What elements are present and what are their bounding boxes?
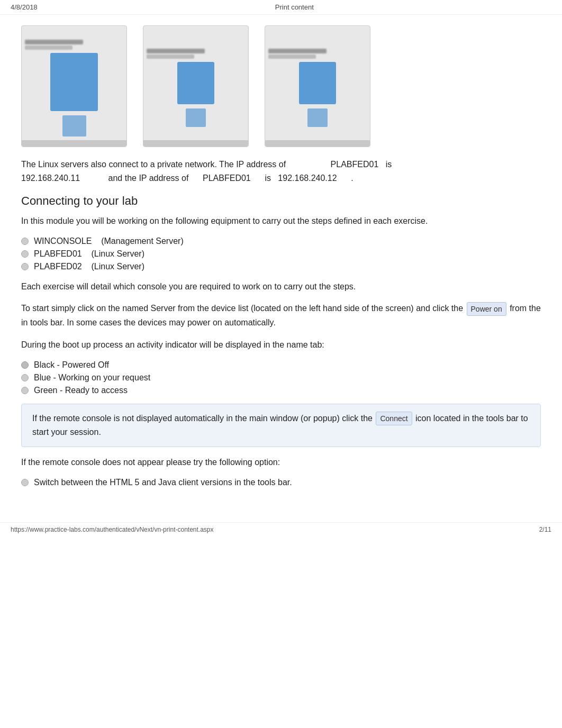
winconsole-label: WINCONSOLE (Management Server): [34, 236, 184, 246]
status-black-label: Black - Powered Off: [34, 360, 109, 370]
server1-name: PLABFED01: [331, 160, 379, 169]
list-item-plabfed02: PLABFED02 (Linux Server): [21, 262, 541, 271]
list-item-plabfed01: PLABFED01 (Linux Server): [21, 249, 541, 259]
status-item-green: Green - Ready to access: [21, 386, 541, 395]
bullet-dot-2: [21, 250, 29, 258]
final-bullet-list: Switch between the HTML 5 and Java clien…: [21, 478, 541, 487]
remote-console-paragraph: If the remote console does not appear pl…: [21, 456, 541, 469]
intro-paragraph: The Linux servers also connect to a priv…: [21, 158, 541, 185]
diagram-card-3-blue-block: [299, 62, 336, 104]
status-item-blue: Blue - Working on your request: [21, 373, 541, 383]
status-list: Black - Powered Off Blue - Working on yo…: [21, 360, 541, 395]
ip1-value: 192.168.240.11: [21, 174, 80, 183]
highlight-box: If the remote console is not displayed a…: [21, 404, 541, 448]
page-number: 2/11: [539, 526, 551, 533]
period: .: [351, 174, 353, 183]
status-blue-label: Blue - Working on your request: [34, 373, 150, 383]
bottom-bar: https://www.practice-labs.com/authentica…: [0, 522, 562, 536]
diagram-row: [21, 25, 541, 147]
bullet-dot-3: [21, 263, 29, 270]
diagram-card-3-bottom: [265, 140, 370, 147]
connect-tag: Connect: [376, 412, 412, 425]
exercise-paragraph: Each exercise will detail which console …: [21, 280, 541, 294]
and-text: and the IP address of: [108, 174, 189, 183]
intro-2-paragraph: In this module you will be working on th…: [21, 214, 541, 228]
highlight-before: If the remote console is not displayed a…: [32, 414, 373, 423]
diagram-card-1-blue-block: [50, 53, 98, 111]
intro-text-before: The Linux servers also connect to a priv…: [21, 160, 286, 169]
start-paragraph: To start simply click on the named Serve…: [21, 302, 541, 330]
status-item-black: Black - Powered Off: [21, 360, 541, 370]
main-content: The Linux servers also connect to a priv…: [0, 15, 562, 512]
power-on-tag: Power on: [467, 302, 506, 316]
server2-ip-intro: is: [265, 174, 271, 183]
list-item-winconsole: WINCONSOLE (Management Server): [21, 236, 541, 246]
boot-paragraph: During the boot up process an activity i…: [21, 338, 541, 352]
bullet-dot-1: [21, 238, 29, 245]
server1-ip-intro: is: [386, 160, 392, 169]
plabfed02-label: PLABFED02 (Linux Server): [34, 262, 144, 271]
diagram-card-2: [143, 25, 249, 147]
diagram-card-1-bottom: [22, 140, 126, 147]
ip2-value: 192.168.240.12: [278, 174, 337, 183]
diagram-card-1: [21, 25, 127, 147]
url-label: https://www.practice-labs.com/authentica…: [11, 526, 214, 533]
final-bullet-item: Switch between the HTML 5 and Java clien…: [21, 478, 541, 487]
diagram-card-3: [265, 25, 370, 147]
final-bullet-label: Switch between the HTML 5 and Java clien…: [34, 478, 292, 487]
status-green-label: Green - Ready to access: [34, 386, 128, 395]
equipment-list: WINCONSOLE (Management Server) PLABFED01…: [21, 236, 541, 271]
bullet-dot-black: [21, 361, 29, 369]
diagram-card-2-inner: [186, 108, 206, 127]
top-bar: 4/8/2018 Print content: [0, 0, 562, 15]
diagram-card-3-inner: [307, 108, 328, 127]
plabfed01-label: PLABFED01 (Linux Server): [34, 249, 144, 259]
print-content-label: Print content: [275, 3, 314, 11]
diagram-card-2-blue-block: [177, 62, 214, 104]
diagram-card-1-inner: [62, 115, 86, 136]
bullet-dot-final: [21, 479, 29, 486]
diagram-card-2-bottom: [143, 140, 248, 147]
section-heading: Connecting to your lab: [21, 194, 541, 208]
bullet-dot-blue: [21, 374, 29, 381]
date-label: 4/8/2018: [11, 3, 38, 11]
start-text-before: To start simply click on the named Serve…: [21, 304, 463, 313]
server2-name: PLABFED01: [203, 174, 251, 183]
bullet-dot-green: [21, 387, 29, 394]
